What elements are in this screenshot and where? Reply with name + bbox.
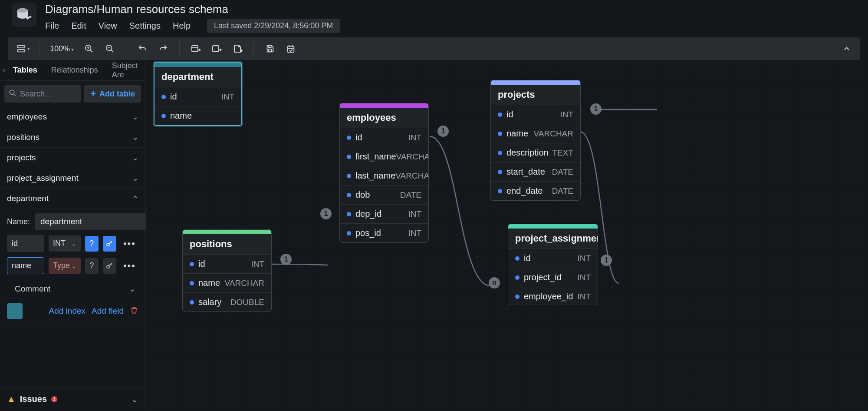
tabs-scroll-left-icon[interactable]: ‹ (3, 66, 5, 75)
table-column[interactable]: last_nameVARCHAR (340, 166, 428, 185)
nullable-toggle[interactable]: ? (85, 236, 99, 252)
table-detail-panel: Name: INT ⌄ ? ••• (0, 209, 145, 325)
table-card-project-assignment[interactable]: project_assignment idINT project_idINT e… (508, 224, 598, 306)
field-more-icon[interactable]: ••• (121, 238, 138, 249)
menu-help[interactable]: Help (173, 21, 191, 31)
add-table-button[interactable]: + Add table (84, 85, 141, 103)
add-note-icon[interactable] (229, 40, 246, 57)
add-index-button[interactable]: Add index (49, 306, 86, 316)
table-column[interactable]: name (155, 106, 241, 125)
table-card-projects[interactable]: projects idINT nameVARCHAR descriptionTE… (490, 80, 581, 201)
table-column[interactable]: pos_idINT (340, 223, 428, 242)
svg-point-29 (107, 265, 109, 268)
cardinality-badge: 1 (601, 255, 612, 266)
nullable-toggle[interactable]: ? (85, 258, 99, 274)
app-logo[interactable] (12, 3, 36, 27)
table-card-positions[interactable]: positions idINT nameVARCHAR salaryDOUBLE (182, 229, 272, 312)
field-type-label: INT (53, 239, 66, 248)
issues-count-badge: 1 (51, 396, 57, 402)
table-card-employees[interactable]: employees idINT first_nameVARCHAR last_n… (339, 103, 429, 243)
column-name: name (170, 111, 192, 121)
sidebar: ‹ Tables Relationships Subject Are › + A… (0, 60, 146, 410)
sidebar-item-department[interactable]: department ⌄ (0, 189, 145, 209)
column-type: INT (577, 273, 591, 282)
autosave-icon[interactable] (283, 40, 299, 57)
undo-icon[interactable] (134, 40, 151, 57)
cardinality-badge: 1 (280, 254, 292, 265)
tab-relationships[interactable]: Relationships (45, 61, 104, 79)
add-field-button[interactable]: Add field (92, 306, 124, 316)
column-name: last_name (355, 171, 395, 181)
table-column[interactable]: project_idINT (508, 268, 598, 287)
save-icon[interactable] (262, 40, 278, 57)
table-color-swatch[interactable] (7, 303, 23, 319)
tab-subject-areas[interactable]: Subject Are (106, 57, 144, 84)
column-type: INT (251, 259, 264, 269)
comment-toggle[interactable]: Comment ⌄ (7, 279, 138, 296)
menu-edit[interactable]: Edit (71, 21, 86, 31)
issues-panel-toggle[interactable]: ▲ Issues 1 ⌄ (0, 388, 145, 410)
menu-file[interactable]: File (45, 21, 59, 31)
table-column[interactable]: idINT (183, 254, 271, 273)
search-box[interactable] (4, 85, 81, 103)
column-name: id (198, 259, 205, 269)
table-name-input[interactable] (35, 213, 145, 230)
menu-view[interactable]: View (99, 21, 117, 31)
layout-dropdown[interactable]: ▾ (15, 40, 31, 57)
svg-rect-21 (269, 49, 272, 52)
table-column[interactable]: descriptionTEXT (491, 143, 580, 162)
primary-key-toggle[interactable] (103, 236, 116, 252)
table-column[interactable]: idINT (491, 105, 580, 124)
column-type: INT (577, 254, 591, 263)
sidebar-item-positions[interactable]: positions ⌄ (0, 127, 145, 148)
add-area-icon[interactable] (208, 40, 225, 57)
column-name: name (506, 129, 528, 139)
chevron-down-icon: ⌄ (132, 133, 138, 142)
table-column[interactable]: idINT (508, 249, 598, 268)
field-type-select[interactable]: Type ⌄ (49, 258, 81, 274)
column-type: DOUBLE (230, 298, 264, 307)
sidebar-item-projects[interactable]: projects ⌄ (0, 148, 145, 168)
table-column[interactable]: id INT (155, 87, 241, 106)
diagram-canvas[interactable]: department id INT name employees idINT f… (146, 60, 868, 410)
field-name-input[interactable] (7, 257, 44, 274)
sidebar-item-label: project_assignment (7, 173, 79, 183)
sidebar-item-employees[interactable]: employees ⌄ (0, 107, 145, 127)
table-column[interactable]: end_dateDATE (491, 181, 580, 200)
search-input[interactable] (20, 89, 76, 99)
table-card-department[interactable]: department id INT name (154, 62, 242, 126)
last-saved-pill: Last saved 2/29/2024, 8:56:00 PM (207, 19, 340, 33)
table-column[interactable]: dep_idINT (340, 204, 428, 223)
field-type-label: Type (53, 261, 70, 270)
add-table-icon[interactable] (187, 40, 204, 57)
column-name: employee_id (524, 292, 573, 302)
sidebar-item-project-assignment[interactable]: project_assignment ⌄ (0, 168, 145, 189)
primary-key-toggle[interactable] (103, 258, 116, 274)
menu-settings[interactable]: Settings (129, 21, 161, 31)
tab-tables[interactable]: Tables (7, 61, 43, 79)
table-column[interactable]: start_dateDATE (491, 162, 580, 181)
field-more-icon[interactable]: ••• (121, 260, 138, 272)
zoom-in-icon[interactable] (81, 40, 97, 57)
field-type-select[interactable]: INT ⌄ (49, 235, 81, 252)
table-column[interactable]: dobDATE (340, 185, 428, 204)
redo-icon[interactable] (155, 40, 171, 57)
column-name: id (524, 253, 531, 263)
sidebar-item-label: employees (7, 112, 47, 122)
table-title: department (155, 67, 241, 87)
svg-rect-15 (213, 46, 219, 52)
zoom-level[interactable]: 100% (47, 44, 76, 53)
field-name-input[interactable] (7, 235, 44, 252)
cardinality-badge: 1 (437, 126, 449, 137)
zoom-out-icon[interactable] (102, 40, 118, 57)
table-column[interactable]: first_nameVARCHAR (340, 147, 428, 166)
table-column[interactable]: employee_idINT (508, 287, 598, 306)
column-name: dep_id (355, 209, 381, 219)
table-column[interactable]: salaryDOUBLE (183, 292, 271, 312)
delete-table-icon[interactable] (130, 306, 138, 317)
collapse-toolbar-icon[interactable] (838, 40, 855, 57)
table-column[interactable]: nameVARCHAR (491, 124, 580, 143)
table-column[interactable]: idINT (340, 128, 428, 147)
breadcrumb[interactable]: Diagrams/Human resources schema (45, 3, 340, 16)
table-column[interactable]: nameVARCHAR (183, 273, 271, 292)
